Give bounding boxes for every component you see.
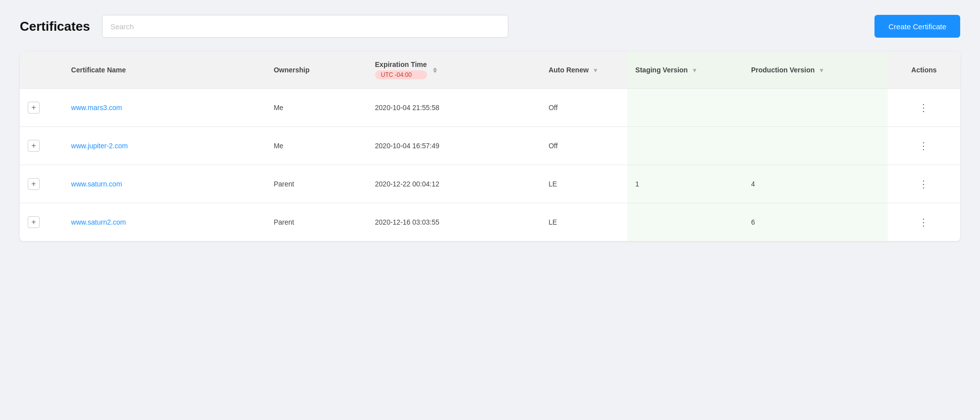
table-body: + www.mars3.com Me 2020-10-04 21:55:58 O… [20, 89, 960, 241]
page-title: Certificates [20, 19, 90, 34]
auto-renew-filter-icon[interactable]: ▼ [593, 67, 599, 74]
expand-button-1[interactable]: + [28, 140, 40, 152]
td-staging-0 [627, 89, 743, 127]
td-production-2: 4 [743, 165, 888, 203]
td-autorenew-0: Off [541, 89, 627, 127]
actions-menu-button-0[interactable]: ⋮ [915, 100, 933, 116]
actions-menu-button-2[interactable]: ⋮ [915, 176, 933, 192]
create-certificate-button[interactable]: Create Certificate [874, 15, 960, 38]
td-expiration-0: 2020-10-04 21:55:58 [367, 89, 541, 127]
td-ownership-3: Parent [266, 203, 367, 241]
th-expiration-label: Expiration Time [375, 60, 427, 68]
td-production-3: 6 [743, 203, 888, 241]
cert-link-0[interactable]: www.mars3.com [71, 104, 122, 112]
th-certificate-name: Certificate Name [63, 52, 266, 89]
cert-link-2[interactable]: www.saturn.com [71, 180, 122, 188]
th-expiration: Expiration Time UTC -04:00 [367, 52, 541, 89]
expand-button-2[interactable]: + [28, 178, 40, 190]
th-expand [20, 52, 63, 89]
td-autorenew-3: LE [541, 203, 627, 241]
td-autorenew-1: Off [541, 127, 627, 165]
td-expand-0: + [20, 89, 63, 127]
search-input[interactable] [102, 15, 508, 38]
td-expand-3: + [20, 203, 63, 241]
td-expand-1: + [20, 127, 63, 165]
table-header-row: Certificate Name Ownership Expiration Ti… [20, 52, 960, 89]
td-expiration-3: 2020-12-16 03:03:55 [367, 203, 541, 241]
actions-menu-button-1[interactable]: ⋮ [915, 138, 933, 154]
td-expiration-1: 2020-10-04 16:57:49 [367, 127, 541, 165]
td-staging-3 [627, 203, 743, 241]
table-row: + www.saturn.com Parent 2020-12-22 00:04… [20, 165, 960, 203]
td-expand-2: + [20, 165, 63, 203]
th-actions: Actions [888, 52, 960, 89]
expand-button-0[interactable]: + [28, 102, 40, 114]
sort-up-icon [433, 67, 437, 70]
staging-filter-icon[interactable]: ▼ [692, 67, 698, 74]
production-filter-icon[interactable]: ▼ [818, 67, 824, 74]
td-staging-2: 1 [627, 165, 743, 203]
td-name-2: www.saturn.com [63, 165, 266, 203]
th-production-version: Production Version ▼ [743, 52, 888, 89]
utc-badge: UTC -04:00 [375, 70, 427, 79]
td-staging-1 [627, 127, 743, 165]
td-production-1 [743, 127, 888, 165]
td-actions-2: ⋮ [888, 165, 960, 203]
certificates-table: Certificate Name Ownership Expiration Ti… [20, 52, 960, 241]
table-row: + www.mars3.com Me 2020-10-04 21:55:58 O… [20, 89, 960, 127]
certificates-table-container: Certificate Name Ownership Expiration Ti… [20, 52, 960, 241]
expand-button-3[interactable]: + [28, 216, 40, 228]
td-name-1: www.jupiter-2.com [63, 127, 266, 165]
td-actions-1: ⋮ [888, 127, 960, 165]
td-actions-3: ⋮ [888, 203, 960, 241]
td-name-3: www.saturn2.com [63, 203, 266, 241]
table-row: + www.jupiter-2.com Me 2020-10-04 16:57:… [20, 127, 960, 165]
sort-down-icon [433, 70, 437, 73]
actions-menu-button-3[interactable]: ⋮ [915, 214, 933, 230]
th-ownership: Ownership [266, 52, 367, 89]
td-autorenew-2: LE [541, 165, 627, 203]
td-ownership-1: Me [266, 127, 367, 165]
td-ownership-0: Me [266, 89, 367, 127]
expiration-sort-icon[interactable] [433, 67, 437, 73]
td-actions-0: ⋮ [888, 89, 960, 127]
th-auto-renew: Auto Renew ▼ [541, 52, 627, 89]
td-ownership-2: Parent [266, 165, 367, 203]
td-expiration-2: 2020-12-22 00:04:12 [367, 165, 541, 203]
cert-link-3[interactable]: www.saturn2.com [71, 218, 126, 226]
td-name-0: www.mars3.com [63, 89, 266, 127]
th-staging-version: Staging Version ▼ [627, 52, 743, 89]
page-header: Certificates Create Certificate [20, 15, 960, 38]
td-production-0 [743, 89, 888, 127]
table-row: + www.saturn2.com Parent 2020-12-16 03:0… [20, 203, 960, 241]
cert-link-1[interactable]: www.jupiter-2.com [71, 142, 128, 150]
